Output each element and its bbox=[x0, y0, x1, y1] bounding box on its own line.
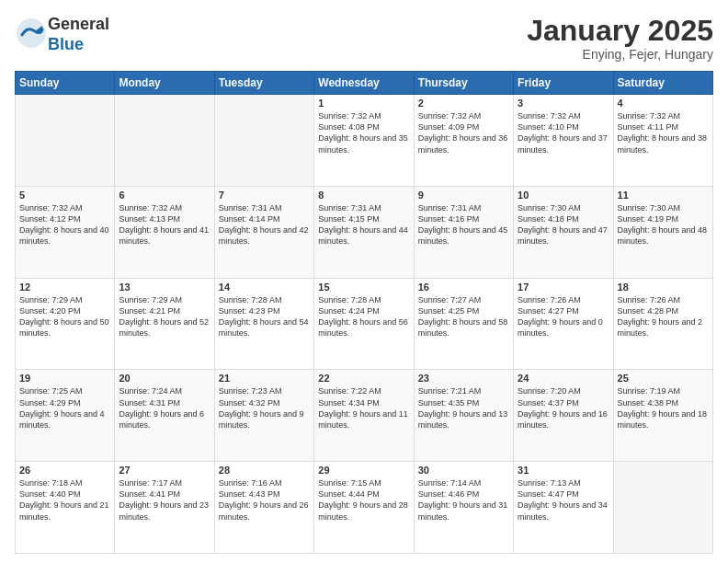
day-number: 7 bbox=[219, 190, 310, 201]
day-number: 16 bbox=[418, 282, 509, 293]
calendar-cell bbox=[214, 95, 313, 187]
day-info: Sunrise: 7:15 AM Sunset: 4:44 PM Dayligh… bbox=[318, 477, 409, 523]
header: General Blue January 2025 Enying, Fejer,… bbox=[15, 15, 713, 62]
day-number: 14 bbox=[219, 282, 310, 293]
day-number: 19 bbox=[19, 373, 110, 384]
day-number: 23 bbox=[418, 373, 509, 384]
calendar-cell: 1Sunrise: 7:32 AM Sunset: 4:08 PM Daylig… bbox=[314, 95, 414, 187]
day-info: Sunrise: 7:30 AM Sunset: 4:19 PM Dayligh… bbox=[618, 202, 709, 247]
weekday-header-sunday: Sunday bbox=[16, 72, 115, 95]
day-info: Sunrise: 7:18 AM Sunset: 4:40 PM Dayligh… bbox=[19, 477, 110, 523]
day-number: 11 bbox=[618, 190, 709, 201]
calendar-table: SundayMondayTuesdayWednesdayThursdayFrid… bbox=[15, 71, 713, 554]
day-info: Sunrise: 7:24 AM Sunset: 4:31 PM Dayligh… bbox=[119, 385, 210, 431]
day-info: Sunrise: 7:28 AM Sunset: 4:23 PM Dayligh… bbox=[219, 294, 310, 339]
weekday-header-friday: Friday bbox=[514, 72, 613, 95]
calendar-cell: 3Sunrise: 7:32 AM Sunset: 4:10 PM Daylig… bbox=[514, 95, 613, 187]
day-info: Sunrise: 7:31 AM Sunset: 4:14 PM Dayligh… bbox=[219, 202, 310, 247]
day-info: Sunrise: 7:13 AM Sunset: 4:47 PM Dayligh… bbox=[518, 477, 609, 523]
calendar-cell: 23Sunrise: 7:21 AM Sunset: 4:35 PM Dayli… bbox=[414, 370, 513, 462]
day-info: Sunrise: 7:30 AM Sunset: 4:18 PM Dayligh… bbox=[518, 202, 609, 247]
weekday-header-tuesday: Tuesday bbox=[214, 72, 313, 95]
calendar-cell: 27Sunrise: 7:17 AM Sunset: 4:41 PM Dayli… bbox=[115, 462, 214, 554]
day-number: 22 bbox=[318, 373, 409, 384]
weekday-header-row: SundayMondayTuesdayWednesdayThursdayFrid… bbox=[16, 72, 713, 95]
day-number: 13 bbox=[119, 282, 210, 293]
day-info: Sunrise: 7:31 AM Sunset: 4:16 PM Dayligh… bbox=[418, 202, 509, 247]
day-info: Sunrise: 7:17 AM Sunset: 4:41 PM Dayligh… bbox=[119, 477, 210, 523]
day-info: Sunrise: 7:23 AM Sunset: 4:32 PM Dayligh… bbox=[219, 385, 310, 431]
day-number: 15 bbox=[318, 282, 409, 293]
day-info: Sunrise: 7:31 AM Sunset: 4:15 PM Dayligh… bbox=[318, 202, 409, 247]
calendar-week-2: 5Sunrise: 7:32 AM Sunset: 4:12 PM Daylig… bbox=[16, 186, 713, 278]
logo: General Blue bbox=[15, 15, 109, 54]
day-info: Sunrise: 7:21 AM Sunset: 4:35 PM Dayligh… bbox=[418, 385, 509, 431]
day-info: Sunrise: 7:26 AM Sunset: 4:28 PM Dayligh… bbox=[618, 294, 709, 339]
title-section: January 2025 Enying, Fejer, Hungary bbox=[527, 15, 713, 62]
calendar-cell: 2Sunrise: 7:32 AM Sunset: 4:09 PM Daylig… bbox=[414, 95, 513, 187]
day-number: 31 bbox=[518, 465, 609, 476]
calendar-cell: 22Sunrise: 7:22 AM Sunset: 4:34 PM Dayli… bbox=[314, 370, 414, 462]
calendar-cell: 28Sunrise: 7:16 AM Sunset: 4:43 PM Dayli… bbox=[214, 462, 313, 554]
calendar-cell: 5Sunrise: 7:32 AM Sunset: 4:12 PM Daylig… bbox=[16, 186, 115, 278]
page: General Blue January 2025 Enying, Fejer,… bbox=[0, 0, 728, 563]
calendar-subtitle: Enying, Fejer, Hungary bbox=[527, 47, 713, 62]
logo-icon bbox=[15, 17, 48, 50]
day-info: Sunrise: 7:29 AM Sunset: 4:21 PM Dayligh… bbox=[119, 294, 210, 339]
calendar-cell: 24Sunrise: 7:20 AM Sunset: 4:37 PM Dayli… bbox=[514, 370, 613, 462]
day-number: 12 bbox=[19, 282, 110, 293]
day-number: 26 bbox=[19, 465, 110, 476]
calendar-cell: 21Sunrise: 7:23 AM Sunset: 4:32 PM Dayli… bbox=[214, 370, 313, 462]
day-number: 18 bbox=[618, 282, 709, 293]
calendar-cell: 10Sunrise: 7:30 AM Sunset: 4:18 PM Dayli… bbox=[514, 186, 613, 278]
calendar-title: January 2025 bbox=[527, 15, 713, 47]
logo-text: General Blue bbox=[48, 15, 109, 54]
calendar-cell: 31Sunrise: 7:13 AM Sunset: 4:47 PM Dayli… bbox=[514, 462, 613, 554]
day-number: 25 bbox=[618, 373, 709, 384]
calendar-cell: 4Sunrise: 7:32 AM Sunset: 4:11 PM Daylig… bbox=[613, 95, 712, 187]
day-number: 2 bbox=[418, 98, 509, 109]
calendar-cell: 11Sunrise: 7:30 AM Sunset: 4:19 PM Dayli… bbox=[613, 186, 712, 278]
weekday-header-saturday: Saturday bbox=[613, 72, 712, 95]
day-info: Sunrise: 7:25 AM Sunset: 4:29 PM Dayligh… bbox=[19, 385, 110, 431]
calendar-cell: 15Sunrise: 7:28 AM Sunset: 4:24 PM Dayli… bbox=[314, 278, 414, 370]
calendar-cell: 13Sunrise: 7:29 AM Sunset: 4:21 PM Dayli… bbox=[115, 278, 214, 370]
calendar-cell bbox=[613, 462, 712, 554]
calendar-cell: 20Sunrise: 7:24 AM Sunset: 4:31 PM Dayli… bbox=[115, 370, 214, 462]
day-number: 17 bbox=[518, 282, 609, 293]
calendar-cell: 14Sunrise: 7:28 AM Sunset: 4:23 PM Dayli… bbox=[214, 278, 313, 370]
calendar-cell: 9Sunrise: 7:31 AM Sunset: 4:16 PM Daylig… bbox=[414, 186, 513, 278]
day-info: Sunrise: 7:16 AM Sunset: 4:43 PM Dayligh… bbox=[219, 477, 310, 523]
day-number: 1 bbox=[318, 98, 409, 109]
calendar-cell: 7Sunrise: 7:31 AM Sunset: 4:14 PM Daylig… bbox=[214, 186, 313, 278]
day-number: 28 bbox=[219, 465, 310, 476]
calendar-cell: 29Sunrise: 7:15 AM Sunset: 4:44 PM Dayli… bbox=[314, 462, 414, 554]
day-info: Sunrise: 7:32 AM Sunset: 4:11 PM Dayligh… bbox=[618, 110, 709, 155]
calendar-cell bbox=[16, 95, 115, 187]
weekday-header-monday: Monday bbox=[115, 72, 214, 95]
weekday-header-wednesday: Wednesday bbox=[314, 72, 414, 95]
day-info: Sunrise: 7:22 AM Sunset: 4:34 PM Dayligh… bbox=[318, 385, 409, 431]
day-number: 29 bbox=[318, 465, 409, 476]
calendar-cell: 30Sunrise: 7:14 AM Sunset: 4:46 PM Dayli… bbox=[414, 462, 513, 554]
day-number: 27 bbox=[119, 465, 210, 476]
day-number: 9 bbox=[418, 190, 509, 201]
day-info: Sunrise: 7:20 AM Sunset: 4:37 PM Dayligh… bbox=[518, 385, 609, 431]
day-number: 10 bbox=[518, 190, 609, 201]
calendar-cell bbox=[115, 95, 214, 187]
day-info: Sunrise: 7:32 AM Sunset: 4:12 PM Dayligh… bbox=[19, 202, 110, 247]
calendar-cell: 6Sunrise: 7:32 AM Sunset: 4:13 PM Daylig… bbox=[115, 186, 214, 278]
calendar-cell: 12Sunrise: 7:29 AM Sunset: 4:20 PM Dayli… bbox=[16, 278, 115, 370]
day-number: 24 bbox=[518, 373, 609, 384]
day-info: Sunrise: 7:32 AM Sunset: 4:13 PM Dayligh… bbox=[119, 202, 210, 247]
calendar-cell: 16Sunrise: 7:27 AM Sunset: 4:25 PM Dayli… bbox=[414, 278, 513, 370]
day-number: 6 bbox=[119, 190, 210, 201]
day-number: 30 bbox=[418, 465, 509, 476]
logo-blue-text: Blue bbox=[48, 35, 84, 53]
day-number: 5 bbox=[19, 190, 110, 201]
day-number: 8 bbox=[318, 190, 409, 201]
calendar-cell: 26Sunrise: 7:18 AM Sunset: 4:40 PM Dayli… bbox=[16, 462, 115, 554]
day-number: 3 bbox=[518, 98, 609, 109]
calendar-week-1: 1Sunrise: 7:32 AM Sunset: 4:08 PM Daylig… bbox=[16, 95, 713, 187]
day-number: 20 bbox=[119, 373, 210, 384]
